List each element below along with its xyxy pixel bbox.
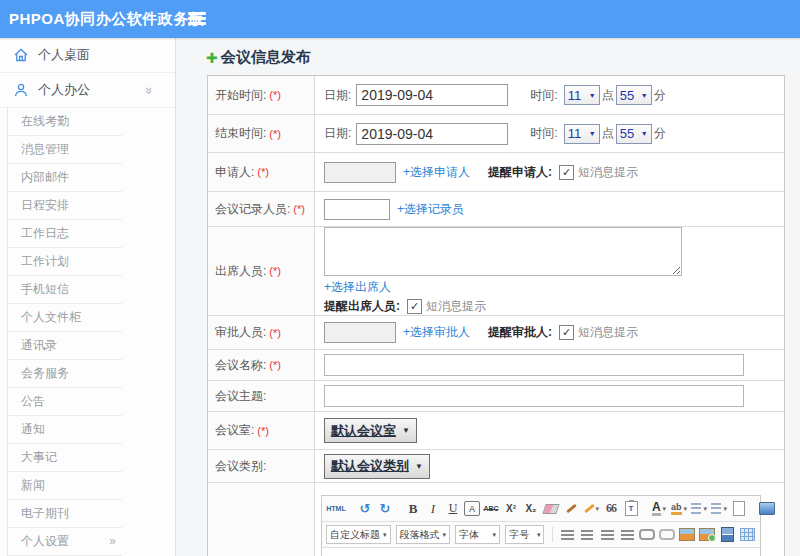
sms-remind-checkbox[interactable]: ✓	[407, 299, 422, 314]
end-hour-select[interactable]: 11 ▼	[564, 124, 600, 144]
format-painter-button[interactable]: ▾	[582, 500, 600, 518]
screen-icon	[759, 502, 775, 515]
sidebar-item-notice[interactable]: 通知	[8, 416, 122, 444]
field-label: 会议主题:	[215, 388, 266, 405]
attendees-textarea[interactable]	[324, 227, 682, 276]
applicant-input[interactable]	[324, 162, 396, 183]
field-label: 结束时间:	[215, 125, 266, 142]
start-minute-select[interactable]: 55 ▼	[616, 85, 652, 105]
meeting-name-input[interactable]	[324, 354, 744, 376]
start-hour-select[interactable]: 11 ▼	[564, 85, 600, 105]
undo-button[interactable]: ↺	[356, 500, 374, 518]
image-icon	[679, 528, 695, 541]
subscript-button[interactable]: X₂	[522, 500, 540, 518]
font-family-select[interactable]: 字体▾	[455, 525, 500, 544]
choose-recorder-link[interactable]: +选择记录员	[397, 201, 464, 218]
table-icon	[740, 528, 755, 541]
sidebar-item-desktop[interactable]: 个人桌面	[0, 38, 175, 73]
end-minute-select[interactable]: 55 ▼	[616, 124, 652, 144]
page-title: ✚ 会议信息发布	[206, 48, 311, 67]
strikethrough-button[interactable]: ABC	[482, 500, 500, 518]
align-left-button[interactable]	[558, 526, 576, 544]
superscript-button[interactable]: X²	[502, 500, 520, 518]
underline-button[interactable]: U	[444, 500, 462, 518]
insert-media-button[interactable]	[718, 526, 736, 544]
meeting-topic-input[interactable]	[324, 385, 744, 407]
clear-format-button[interactable]	[562, 500, 580, 518]
dropdown-arrow-icon: ▼	[641, 92, 648, 99]
sidebar: 个人桌面 个人办公 » 在线考勤 消息管理 内部邮件 日程安排 工作日志 工作计…	[0, 38, 176, 556]
required-mark: (*)	[257, 166, 269, 178]
remove-link-button[interactable]	[658, 526, 676, 544]
sidebar-item-personal-settings[interactable]: 个人设置 »	[8, 528, 122, 556]
sidebar-item-messages[interactable]: 消息管理	[8, 136, 122, 164]
sidebar-item-meeting-service[interactable]: 会务服务	[8, 360, 122, 388]
redo-button[interactable]: ↻	[376, 500, 394, 518]
end-date-input[interactable]	[356, 123, 508, 145]
form-row-start-time: 开始时间: (*) 日期: 时间: 11 ▼ 点 55 ▼	[208, 76, 784, 115]
remind-label: 提醒审批人:	[488, 324, 552, 341]
sidebar-item-e-journal[interactable]: 电子期刊	[8, 500, 122, 528]
editor-content-area[interactable]	[322, 548, 760, 556]
eraser-button[interactable]	[542, 500, 560, 518]
align-right-button[interactable]	[598, 526, 616, 544]
form-row-recorder: 会议记录人员: (*) +选择记录员	[208, 192, 784, 227]
sidebar-item-work-log[interactable]: 工作日志	[8, 220, 122, 248]
sidebar-item-announcement[interactable]: 公告	[8, 388, 122, 416]
recorder-input[interactable]	[324, 199, 390, 220]
font-color-button[interactable]: A▾	[650, 500, 668, 518]
menu-icon[interactable]	[188, 12, 206, 26]
sidebar-item-internal-mail[interactable]: 内部邮件	[8, 164, 122, 192]
new-document-button[interactable]	[730, 500, 748, 518]
sidebar-item-schedule[interactable]: 日程安排	[8, 192, 122, 220]
heading-select[interactable]: 自定义标题▾	[326, 525, 391, 544]
ordered-list-button[interactable]: ▾	[690, 500, 708, 518]
insert-image-button[interactable]	[678, 526, 696, 544]
paste-button[interactable]: T	[622, 500, 640, 518]
html-source-button[interactable]: HTML	[326, 499, 346, 519]
fullscreen-button[interactable]	[758, 500, 776, 518]
remind-label: 提醒出席人员:	[324, 298, 400, 315]
sidebar-item-attendance[interactable]: 在线考勤	[8, 108, 122, 136]
meeting-room-select[interactable]: 默认会议室 ▼	[324, 418, 417, 443]
blockquote-button[interactable]: 66	[602, 500, 620, 518]
choose-approver-link[interactable]: +选择审批人	[403, 324, 470, 341]
link-icon	[639, 529, 655, 540]
bold-button[interactable]: B	[404, 500, 422, 518]
unordered-list-icon	[711, 503, 721, 514]
sidebar-item-news[interactable]: 新闻	[8, 472, 122, 500]
italic-button[interactable]: I	[424, 500, 442, 518]
insert-table-button[interactable]	[738, 526, 756, 544]
field-label: 会议名称:	[215, 357, 266, 374]
field-label: 申请人:	[215, 164, 254, 181]
approver-input[interactable]	[324, 322, 396, 343]
chevron-down-icon[interactable]: »	[142, 86, 157, 93]
choose-applicant-link[interactable]: +选择申请人	[403, 164, 470, 181]
sms-remind-checkbox[interactable]: ✓	[559, 325, 574, 340]
font-size-select[interactable]: 字号▾	[505, 525, 544, 544]
upload-image-button[interactable]	[698, 526, 716, 544]
meeting-category-select[interactable]: 默认会议类别 ▼	[324, 454, 430, 479]
font-style-button[interactable]: A	[464, 501, 480, 516]
sidebar-item-contacts[interactable]: 通讯录	[8, 332, 122, 360]
sidebar-item-events[interactable]: 大事记	[8, 444, 122, 472]
sidebar-item-label: 个人办公	[38, 81, 90, 99]
sidebar-item-sms[interactable]: 手机短信	[8, 276, 122, 304]
sidebar-item-file-cabinet[interactable]: 个人文件柜	[8, 304, 122, 332]
start-date-input[interactable]	[356, 84, 508, 106]
paragraph-format-select[interactable]: 段落格式▾	[396, 525, 451, 544]
sms-remind-label: 短消息提示	[578, 164, 638, 181]
align-center-button[interactable]	[578, 526, 596, 544]
highlight-color-button[interactable]: ab▾	[670, 500, 688, 518]
required-mark: (*)	[269, 265, 281, 277]
insert-link-button[interactable]	[638, 526, 656, 544]
unordered-list-button[interactable]: ▾	[710, 500, 728, 518]
sidebar-item-work-plan[interactable]: 工作计划	[8, 248, 122, 276]
sidebar-item-office[interactable]: 个人办公 »	[0, 73, 175, 108]
field-label: 会议记录人员:	[215, 201, 290, 218]
align-justify-button[interactable]	[618, 526, 636, 544]
user-icon	[13, 82, 29, 98]
required-mark: (*)	[293, 203, 305, 215]
sms-remind-checkbox[interactable]: ✓	[559, 165, 574, 180]
choose-attendees-link[interactable]: +选择出席人	[324, 279, 391, 296]
